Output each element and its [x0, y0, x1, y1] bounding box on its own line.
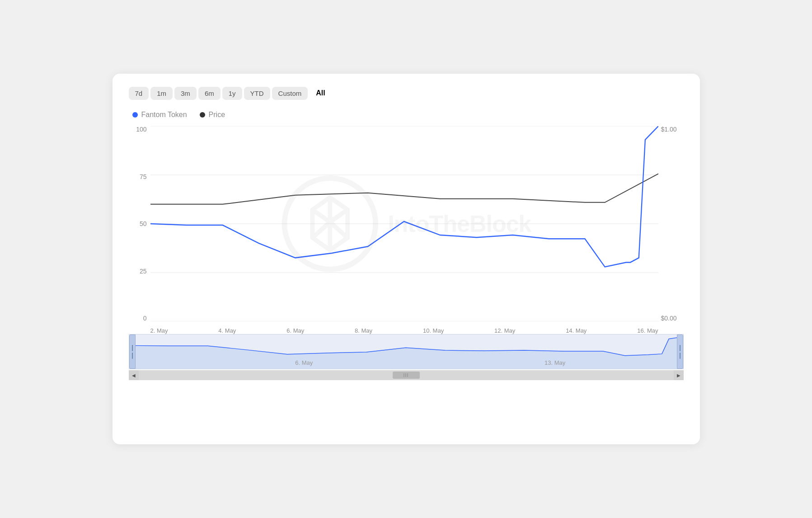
x-label-10may: 10. May	[423, 327, 444, 334]
y-label-price-100: $1.00	[661, 126, 677, 132]
main-chart-area: 100 75 50 25 0 $1.00 $0.00	[129, 126, 684, 334]
handle-lines-left	[132, 345, 133, 359]
btn-all[interactable]: All	[310, 86, 331, 100]
chart-card: 7d 1m 3m 6m 1y YTD Custom All Fantom Tok…	[113, 74, 700, 444]
chart-lines	[150, 126, 658, 321]
nav-label-13may: 13. May	[544, 359, 565, 366]
handle-line	[132, 345, 133, 351]
handle-line	[132, 353, 133, 359]
scroll-arrow-right[interactable]: ▶	[674, 370, 684, 380]
legend-label-price: Price	[209, 111, 225, 119]
btn-custom[interactable]: Custom	[272, 87, 308, 100]
navigator-svg	[129, 334, 683, 369]
legend-dot-dark	[200, 112, 205, 118]
x-label-2may: 2. May	[150, 327, 168, 334]
y-axis-right: $1.00 $0.00	[658, 126, 684, 334]
y-label-0: 0	[143, 315, 147, 321]
y-axis-left: 100 75 50 25 0	[129, 126, 150, 334]
btn-ytd[interactable]: YTD	[244, 87, 270, 100]
chart-legend: Fantom Token Price	[129, 111, 684, 119]
scrollbar[interactable]: ◀ III ▶	[129, 370, 684, 380]
navigator-handle-right[interactable]	[677, 334, 683, 369]
scroll-track[interactable]: III	[139, 370, 674, 380]
navigator-handle-left[interactable]	[129, 334, 136, 369]
btn-1y[interactable]: 1y	[222, 87, 242, 100]
x-label-6may: 6. May	[286, 327, 304, 334]
y-label-100: 100	[136, 126, 146, 132]
scroll-thumb[interactable]: III	[393, 372, 420, 379]
x-label-14may: 14. May	[566, 327, 587, 334]
handle-line	[680, 345, 681, 351]
legend-label-fantom: Fantom Token	[141, 111, 187, 119]
fantom-token-line	[150, 126, 658, 267]
navigator: 6. May 13. May ◀ III ▶	[129, 334, 684, 380]
scroll-thumb-grip: III	[403, 372, 408, 378]
btn-6m[interactable]: 6m	[198, 87, 221, 100]
chart-svg-container: IntoTheBlock	[150, 126, 658, 321]
scroll-arrow-left[interactable]: ◀	[129, 370, 139, 380]
navigator-chart[interactable]: 6. May 13. May	[129, 334, 684, 369]
price-line	[150, 174, 658, 204]
btn-7d[interactable]: 7d	[129, 87, 149, 100]
svg-marker-8	[129, 337, 683, 369]
y-label-50: 50	[140, 221, 147, 227]
x-label-12may: 12. May	[494, 327, 515, 334]
handle-line	[680, 353, 681, 359]
time-range-selector: 7d 1m 3m 6m 1y YTD Custom All	[129, 86, 684, 100]
x-axis: 2. May 4. May 6. May 8. May 10. May 12. …	[150, 321, 658, 334]
x-label-4may: 4. May	[218, 327, 236, 334]
y-label-price-0: $0.00	[661, 315, 677, 321]
legend-fantom-token: Fantom Token	[132, 111, 187, 119]
nav-label-6may: 6. May	[295, 359, 313, 366]
legend-price: Price	[200, 111, 225, 119]
btn-1m[interactable]: 1m	[150, 87, 173, 100]
btn-3m[interactable]: 3m	[174, 87, 197, 100]
y-label-25: 25	[140, 268, 147, 274]
legend-dot-blue	[132, 112, 138, 118]
y-label-75: 75	[140, 174, 147, 180]
handle-lines-right	[680, 345, 681, 359]
x-label-16may: 16. May	[637, 327, 658, 334]
x-label-8may: 8. May	[355, 327, 372, 334]
